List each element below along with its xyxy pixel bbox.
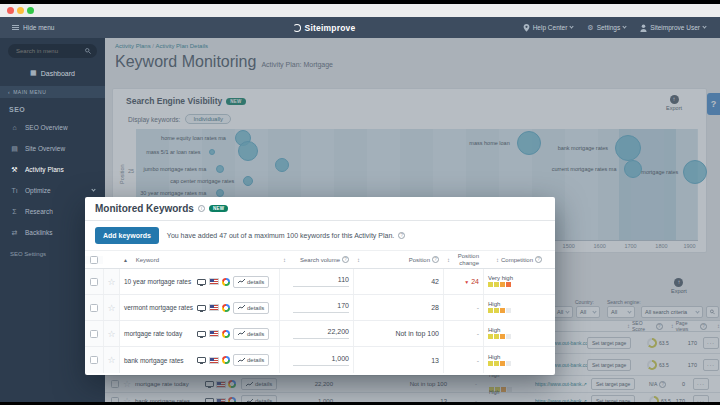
- competition-bar: [494, 282, 499, 287]
- sidebar-search-input[interactable]: [14, 47, 85, 55]
- sidebar-section-seo: SEO: [0, 98, 105, 117]
- monitored-keywords-modal: Monitored Keywords i NEW Add keywords Yo…: [85, 197, 555, 375]
- minimize-window-button[interactable]: [17, 7, 24, 14]
- user-menu[interactable]: Siteimprove User: [640, 24, 706, 32]
- favorite-star-icon[interactable]: ☆: [107, 329, 115, 339]
- chevron-down-icon: [702, 24, 706, 28]
- position-change-column-header[interactable]: ↕Positionchange: [443, 253, 483, 266]
- sidebar-item-site-overview[interactable]: ▤ Site Overview: [0, 138, 105, 159]
- search-icon: [85, 48, 91, 54]
- siteimprove-logo-icon: [293, 24, 301, 32]
- help-icon: ?: [342, 256, 349, 263]
- keyword-details-button[interactable]: details: [233, 276, 269, 288]
- keyword-details-button[interactable]: details: [233, 354, 269, 366]
- competition-bar: [494, 308, 499, 313]
- search-volume-column-header[interactable]: ↕Search volume?: [279, 256, 353, 263]
- sort-icon: ↕: [496, 257, 499, 263]
- trend-icon: [238, 305, 245, 310]
- competition-bar: [500, 308, 505, 313]
- volume-sparkline: [293, 286, 349, 287]
- row-checkbox[interactable]: [90, 304, 98, 312]
- sidebar-item-activity-plans[interactable]: ⚒ Activity Plans: [0, 159, 105, 180]
- optimize-icon: Tı: [10, 187, 19, 194]
- desktop-device-icon: [197, 305, 206, 311]
- row-checkbox[interactable]: [90, 278, 98, 286]
- us-flag-icon: [209, 330, 219, 337]
- row-checkbox[interactable]: [90, 330, 98, 338]
- hamburger-icon: [12, 24, 19, 31]
- chevron-down-icon: [623, 24, 627, 28]
- position-value: 42: [353, 269, 443, 294]
- chevron-down-icon: [570, 24, 574, 28]
- zoom-window-button[interactable]: [27, 7, 34, 14]
- location-pin-icon: [523, 24, 530, 32]
- competition-bar: [488, 334, 493, 339]
- keyword-details-button[interactable]: details: [233, 302, 269, 314]
- competition-bar: [488, 308, 493, 313]
- keyword-column-header[interactable]: ▲ Keyword: [119, 257, 279, 263]
- keyword-text: bank mortgage rates: [124, 357, 194, 364]
- competition-bar: [506, 282, 511, 287]
- competition-bar: [506, 361, 511, 366]
- help-icon[interactable]: ?: [398, 232, 405, 239]
- trend-icon: [238, 279, 245, 284]
- help-center-menu[interactable]: Help Center: [523, 24, 574, 32]
- competition-bar: [494, 361, 499, 366]
- competition-bar: [506, 334, 511, 339]
- us-flag-icon: [209, 357, 219, 364]
- sidebar-item-seo-overview[interactable]: ⌂ SEO Overview: [0, 117, 105, 138]
- position-change-value: -: [443, 321, 483, 346]
- home-icon: ⌂: [10, 124, 19, 131]
- google-icon: [222, 304, 230, 312]
- hide-menu-button[interactable]: Hide menu: [12, 24, 162, 31]
- favorite-star-icon[interactable]: ☆: [107, 277, 115, 287]
- favorite-star-icon[interactable]: ☆: [107, 355, 115, 365]
- user-icon: [640, 24, 647, 32]
- position-change-value: -: [443, 295, 483, 320]
- keyword-text: mortgage rate today: [124, 330, 194, 337]
- sidebar-item-dashboard[interactable]: ▦ Dashboard: [6, 64, 99, 82]
- search-volume-value: 1,000: [331, 355, 349, 362]
- keyword-details-button[interactable]: details: [233, 328, 269, 340]
- position-value: 28: [353, 295, 443, 320]
- position-value: 13: [353, 347, 443, 373]
- new-badge: NEW: [209, 205, 228, 212]
- competition-bar: [500, 361, 505, 366]
- modal-title: Monitored Keywords: [95, 203, 194, 214]
- main-menu-label: MAIN MENU: [13, 89, 46, 95]
- help-icon: ?: [432, 256, 439, 263]
- select-all-checkbox[interactable]: [90, 256, 98, 264]
- row-checkbox[interactable]: [90, 356, 98, 364]
- help-icon: ?: [535, 256, 542, 263]
- search-volume-value: 22,200: [328, 328, 349, 335]
- trend-icon: [238, 358, 245, 363]
- gear-icon: ⚙: [587, 24, 593, 32]
- competition-column-header[interactable]: ↕Competition?: [483, 256, 555, 263]
- keywords-table-header: ▲ Keyword ↕Search volume? ↕Position? ↕Po…: [85, 251, 555, 269]
- user-label: Siteimprove User: [650, 24, 700, 31]
- close-window-button[interactable]: [7, 7, 14, 14]
- competition-bars: [488, 281, 512, 288]
- top-navigation: Hide menu Siteimprove Help Center ⚙ Sett…: [0, 17, 720, 38]
- sidebar-back-main-menu[interactable]: ‹ MAIN MENU: [0, 86, 105, 98]
- keyword-row: ☆ mortgage rate today details 22,200 Not…: [85, 321, 555, 347]
- add-keywords-button[interactable]: Add keywords: [95, 227, 159, 244]
- app-window: Hide menu Siteimprove Help Center ⚙ Sett…: [0, 0, 720, 405]
- position-column-header[interactable]: ↕Position?: [353, 256, 443, 263]
- sidebar-search[interactable]: [8, 44, 97, 58]
- trend-icon: [238, 331, 245, 336]
- desktop-device-icon: [197, 279, 206, 285]
- info-icon[interactable]: i: [198, 205, 205, 212]
- chevron-down-icon: [91, 187, 95, 191]
- keyword-row: ☆ 10 year mortgage rates details 110 42 …: [85, 269, 555, 295]
- favorite-star-icon[interactable]: ☆: [107, 303, 115, 313]
- competition-bars: [488, 333, 512, 340]
- dashboard-grid-icon: ▦: [30, 69, 37, 77]
- us-flag-icon: [209, 304, 219, 311]
- down-arrow-icon: ▼: [464, 279, 469, 285]
- volume-sparkline: [293, 312, 349, 313]
- desktop-device-icon: [197, 331, 206, 337]
- keyword-quota-text: You have added 47 out of a maximum 100 k…: [167, 232, 405, 239]
- volume-sparkline: [293, 338, 349, 339]
- settings-menu[interactable]: ⚙ Settings: [587, 24, 626, 32]
